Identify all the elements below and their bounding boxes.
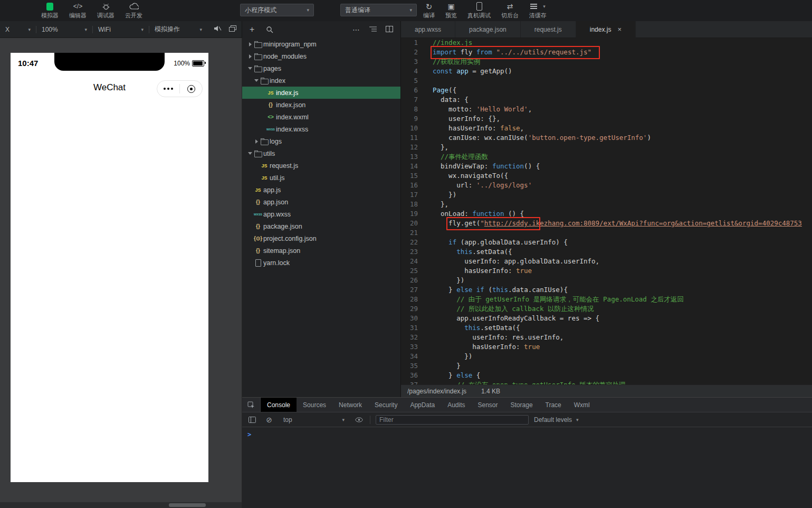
code-text: this.setData({ [425, 323, 812, 333]
preview-icon: ▣ [447, 3, 454, 10]
close-miniprogram-button[interactable] [180, 85, 202, 93]
clear-console-icon[interactable]: ⊘ [263, 414, 275, 426]
tree-item-index.js[interactable]: JSindex.js [242, 87, 400, 99]
zoom-select[interactable]: 100% ▾ [36, 21, 92, 37]
close-icon[interactable]: × [617, 25, 622, 33]
chevron-down-icon[interactable] [247, 67, 253, 70]
toolbar-button-compile[interactable]: ↻编译 [418, 0, 440, 21]
log-levels-select[interactable]: Default levels ▾ [534, 416, 579, 424]
tree-item-package.json[interactable]: {}package.json [242, 220, 400, 232]
status-time: 10:47 [18, 59, 38, 68]
inspect-element-icon[interactable] [242, 398, 261, 412]
devtools-tab-security[interactable]: Security [368, 398, 404, 412]
search-icon[interactable] [266, 26, 273, 33]
devtools-tab-storage[interactable]: Storage [504, 398, 539, 412]
tree-item-label: util.js [270, 174, 284, 182]
toolbar-button-simulator[interactable]: 模拟器 [36, 0, 64, 21]
code-text: // 在没有 open-type=getUserInfo 版本的兼容处理 [425, 380, 812, 384]
tree-item-node_modules[interactable]: node_modules [242, 50, 400, 62]
code-line: 18 }, [401, 200, 812, 209]
more-menu-button[interactable] [157, 88, 179, 90]
devtools-tab-trace[interactable]: Trace [539, 398, 568, 412]
tree-item-logs[interactable]: logs [242, 135, 400, 147]
tree-item-util.js[interactable]: JSutil.js [242, 172, 400, 184]
json-file-icon: {} [269, 102, 273, 108]
devtools-tab-network[interactable]: Network [332, 398, 368, 412]
simulate-action-select[interactable]: 模拟操作 ▾ [149, 21, 207, 37]
tree-item-label: request.js [270, 162, 298, 170]
tree-item-pages[interactable]: pages [242, 62, 400, 74]
chevron-down-icon[interactable] [254, 79, 259, 82]
horizontal-scrollbar [0, 502, 242, 508]
line-number: 3 [401, 57, 425, 67]
chevron-right-icon[interactable] [247, 42, 253, 46]
line-number: 20 [401, 219, 425, 228]
chevron-right-icon[interactable] [247, 54, 253, 59]
toolbar-button-background[interactable]: ⇄切后台 [496, 0, 524, 21]
separate-window-icon[interactable] [229, 25, 236, 33]
toolbar-button-editor[interactable]: </>编辑器 [64, 0, 92, 21]
console-filter-input[interactable] [376, 415, 529, 425]
code-text: this.setData({ [425, 247, 812, 257]
devtools-tab-sensor[interactable]: Sensor [472, 398, 504, 412]
console-output[interactable]: > [242, 427, 812, 442]
code-line: 7 data: { [401, 95, 812, 105]
tree-item-sitemap.json[interactable]: {}sitemap.json [242, 244, 400, 257]
line-number: 32 [401, 333, 425, 342]
eye-icon[interactable] [353, 414, 365, 426]
chevron-down-icon: ▾ [28, 27, 31, 32]
chevron-down-icon: ▾ [409, 7, 412, 13]
chevron-down-icon: ▾ [141, 27, 144, 32]
tree-item-index[interactable]: index [242, 74, 400, 87]
toolbar-button-debugger[interactable]: 调试器 [92, 0, 120, 21]
toolbar-button-clear-cache[interactable]: ▾清缓存 [524, 0, 552, 21]
devtools-tab-console[interactable]: Console [261, 398, 297, 412]
compile-mode-select[interactable]: 普通编译 ▾ [340, 4, 417, 16]
nav-title: WeChat [93, 82, 126, 93]
more-actions-icon[interactable]: ⋯ [352, 25, 360, 34]
chevron-right-icon[interactable] [254, 139, 259, 144]
devtools-tab-wxml[interactable]: Wxml [568, 398, 596, 412]
line-number: 26 [401, 276, 425, 285]
code-text: } else { [425, 371, 812, 380]
editor-tab-app.wxss[interactable]: app.wxss [401, 21, 455, 37]
console-sidebar-icon[interactable] [246, 414, 258, 426]
toolbar-icon-slot [474, 2, 484, 11]
toolbar-button-preview[interactable]: ▣预览 [440, 0, 462, 21]
tree-item-app.json[interactable]: {}app.json [242, 196, 400, 208]
network-select[interactable]: WiFi ▾ [93, 21, 149, 37]
tree-item-request.js[interactable]: JSrequest.js [242, 159, 400, 172]
toolbar-button-real-device[interactable]: 真机调试 [462, 0, 496, 21]
tree-item-yarn.lock[interactable]: yarn.lock [242, 257, 400, 269]
tree-item-project.config.json[interactable]: {⊙}project.config.json [242, 232, 400, 244]
editor-tab-index.js[interactable]: index.js× [576, 21, 636, 38]
tree-item-miniprogram_npm[interactable]: miniprogram_npm [242, 38, 400, 50]
scrollbar-thumb[interactable] [169, 503, 206, 507]
tree-item-app.wxss[interactable]: wxssapp.wxss [242, 208, 400, 220]
devtools-tab-sources[interactable]: Sources [297, 398, 332, 412]
chevron-down-icon[interactable] [247, 152, 253, 155]
mute-speaker-icon[interactable] [214, 25, 222, 33]
toolbar-button-cloud-dev[interactable]: 云开发 [120, 0, 148, 21]
mode-select[interactable]: 小程序模式 ▾ [240, 4, 314, 16]
device-select[interactable]: X ▾ [0, 21, 36, 37]
code-text: userInfo: {}, [425, 114, 812, 124]
toolbar-icon-slot [129, 2, 139, 11]
code-area[interactable]: 1//index.js2import fly from "../../utils… [401, 38, 812, 384]
code-line: 3//获取应用实例 [401, 57, 812, 67]
tree-item-index.wxss[interactable]: wxssindex.wxss [242, 123, 400, 135]
tree-item-utils[interactable]: utils [242, 147, 400, 159]
editor-tab-package.json[interactable]: package.json [455, 21, 521, 37]
context-select[interactable]: top ▾ [280, 415, 348, 425]
devtools-tab-audits[interactable]: Audits [441, 398, 471, 412]
tree-item-index.wxml[interactable]: <>index.wxml [242, 111, 400, 123]
devtools-tab-appdata[interactable]: AppData [404, 398, 441, 412]
line-number: 4 [401, 67, 425, 76]
tree-item-app.js[interactable]: JSapp.js [242, 184, 400, 196]
split-editor-icon[interactable] [386, 25, 393, 34]
code-text: hasUserInfo: true [425, 266, 812, 276]
outline-icon[interactable] [369, 25, 377, 34]
add-file-icon[interactable]: + [250, 25, 254, 34]
tree-item-index.json[interactable]: {}index.json [242, 99, 400, 111]
editor-tab-request.js[interactable]: request.js [521, 21, 576, 37]
